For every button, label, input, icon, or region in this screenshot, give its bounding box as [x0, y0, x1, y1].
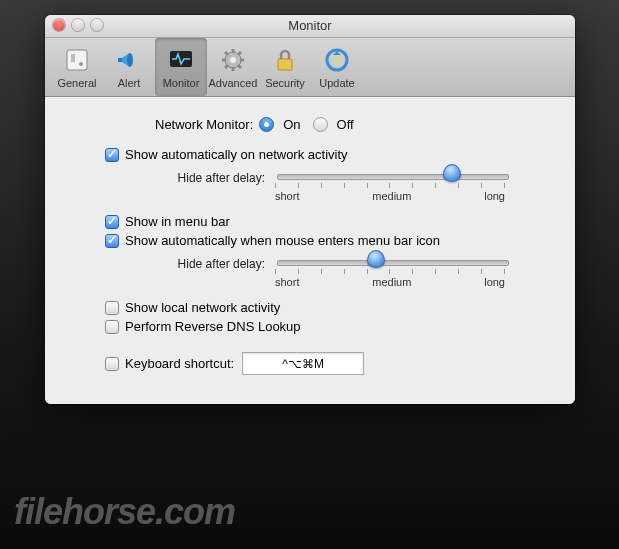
check-show-auto-activity[interactable] [105, 148, 119, 162]
tab-label: Update [319, 77, 354, 89]
lock-icon [270, 45, 300, 75]
window-controls [53, 19, 103, 31]
check-show-menu-bar[interactable] [105, 215, 119, 229]
window-title: Monitor [288, 18, 331, 33]
tick-long: long [484, 276, 505, 288]
network-monitor-row: Network Monitor: On Off [155, 117, 545, 132]
svg-point-2 [79, 62, 83, 66]
tab-label: Security [265, 77, 305, 89]
check-show-local-label: Show local network activity [125, 300, 280, 315]
switch-icon [62, 45, 92, 75]
tab-monitor[interactable]: Monitor [155, 38, 207, 96]
tab-label: Monitor [163, 77, 200, 89]
svg-point-18 [333, 56, 341, 64]
svg-point-7 [230, 57, 236, 63]
tab-label: Alert [118, 77, 141, 89]
svg-rect-16 [278, 59, 292, 70]
tick-medium: medium [372, 276, 411, 288]
hide-delay-label-2: Hide after delay: [165, 257, 265, 271]
tab-label: Advanced [209, 77, 258, 89]
slider-ticks [275, 269, 505, 274]
svg-line-12 [225, 52, 228, 55]
megaphone-icon [114, 45, 144, 75]
toolbar: General Alert Monitor Advanced Security … [45, 38, 575, 97]
tick-short: short [275, 190, 299, 202]
gear-icon [218, 45, 248, 75]
tab-advanced[interactable]: Advanced [207, 38, 259, 96]
radio-off[interactable] [313, 117, 328, 132]
radio-off-label[interactable]: Off [337, 117, 354, 132]
tab-label: General [57, 77, 96, 89]
monitor-icon [166, 45, 196, 75]
hide-delay-slider-1[interactable] [277, 174, 509, 180]
tick-medium: medium [372, 190, 411, 202]
tab-update[interactable]: Update [311, 38, 363, 96]
svg-line-14 [225, 65, 228, 68]
tab-general[interactable]: General [51, 38, 103, 96]
keyboard-shortcut-label: Keyboard shortcut: [125, 356, 234, 371]
titlebar[interactable]: Monitor [45, 15, 575, 38]
check-show-local[interactable] [105, 301, 119, 315]
hide-delay-slider-2[interactable] [277, 260, 509, 266]
check-reverse-dns-label: Perform Reverse DNS Lookup [125, 319, 301, 334]
slider-ticks [275, 183, 505, 188]
keyboard-shortcut-field[interactable] [242, 352, 364, 375]
svg-line-13 [238, 65, 241, 68]
minimize-icon[interactable] [72, 19, 84, 31]
check-show-menu-bar-label: Show in menu bar [125, 214, 230, 229]
preferences-window: Monitor General Alert Monitor Advanced S… [45, 15, 575, 404]
tab-security[interactable]: Security [259, 38, 311, 96]
network-monitor-label: Network Monitor: [155, 117, 253, 132]
hide-delay-label-1: Hide after delay: [165, 171, 265, 185]
svg-rect-4 [118, 58, 122, 62]
svg-point-3 [127, 53, 133, 67]
content-pane: Network Monitor: On Off Show automatical… [45, 97, 575, 404]
tick-long: long [484, 190, 505, 202]
svg-line-15 [238, 52, 241, 55]
close-icon[interactable] [53, 19, 65, 31]
check-reverse-dns[interactable] [105, 320, 119, 334]
watermark: filehorse.com [14, 491, 235, 533]
svg-rect-0 [67, 50, 87, 70]
tick-short: short [275, 276, 299, 288]
svg-rect-1 [71, 54, 75, 62]
tab-alert[interactable]: Alert [103, 38, 155, 96]
check-show-auto-mouse[interactable] [105, 234, 119, 248]
check-show-auto-activity-label: Show automatically on network activity [125, 147, 348, 162]
check-show-auto-mouse-label: Show automatically when mouse enters men… [125, 233, 440, 248]
zoom-icon[interactable] [91, 19, 103, 31]
radio-on[interactable] [259, 117, 274, 132]
check-keyboard-shortcut[interactable] [105, 357, 119, 371]
radio-on-label[interactable]: On [283, 117, 300, 132]
update-icon [322, 45, 352, 75]
